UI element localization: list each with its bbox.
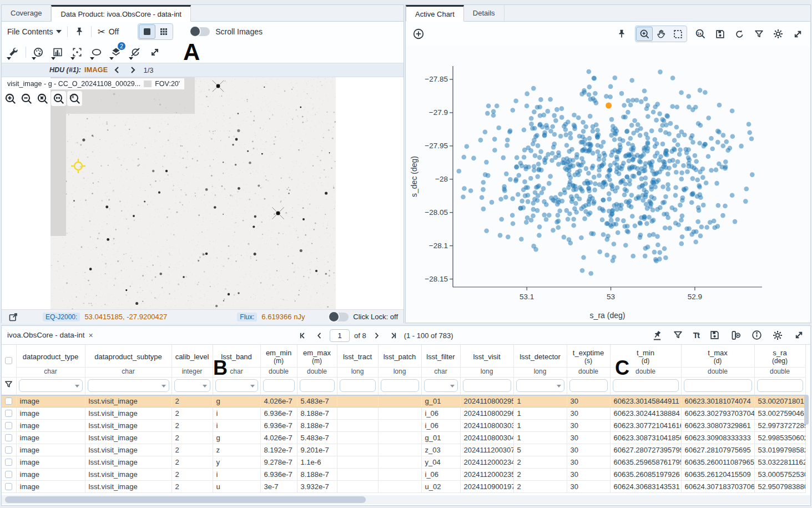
scatter-point[interactable] — [644, 145, 649, 150]
scatter-point[interactable] — [717, 162, 722, 167]
scatter-point[interactable] — [704, 180, 709, 185]
scatter-point[interactable] — [638, 133, 643, 138]
scatter-point[interactable] — [626, 110, 631, 115]
scatter-point[interactable] — [631, 157, 636, 162]
scatter-point[interactable] — [485, 111, 490, 116]
table-cell[interactable]: 2 — [172, 395, 213, 408]
table-cell[interactable]: 30 — [567, 432, 610, 444]
scatter-point[interactable] — [638, 233, 643, 238]
table-scroll-area[interactable]: dataproduct_typedataproduct_subtypecalib… — [2, 345, 810, 493]
row-checkbox[interactable] — [5, 410, 12, 417]
scatter-point[interactable] — [559, 115, 564, 120]
scatter-point[interactable] — [694, 229, 699, 234]
table-cell[interactable]: g_01 — [421, 432, 460, 444]
scatter-point[interactable] — [517, 173, 522, 178]
table-cell[interactable]: i — [213, 469, 260, 481]
table-cell[interactable]: 30 — [567, 395, 610, 408]
scatter-point[interactable] — [655, 234, 660, 239]
scatter-point[interactable] — [636, 122, 640, 127]
table-cell[interactable]: 2024110800295 — [460, 395, 513, 408]
pan-hand-icon[interactable] — [653, 27, 669, 41]
scatter-point[interactable] — [608, 163, 613, 168]
scatter-point[interactable] — [570, 197, 575, 202]
scatter-point[interactable] — [484, 229, 489, 234]
table-cell[interactable]: 8.192e-7 — [260, 493, 297, 494]
scatter-point[interactable] — [505, 138, 510, 143]
scatter-point[interactable] — [572, 173, 577, 178]
scatter-point[interactable] — [564, 143, 569, 148]
scatter-point[interactable] — [675, 143, 680, 148]
table-cell[interactable] — [337, 481, 378, 493]
scatter-point[interactable] — [584, 166, 589, 171]
scatter-point[interactable] — [665, 215, 670, 220]
scatter-point[interactable] — [555, 202, 560, 207]
scatter-point[interactable] — [643, 194, 648, 199]
scatter-point[interactable] — [750, 172, 755, 177]
scatter-point[interactable] — [673, 193, 678, 198]
table-tab[interactable]: ivoa.ObsCore - data-int × — [7, 331, 93, 340]
table-cell[interactable]: 6.936e-7 — [260, 469, 297, 481]
table-cell[interactable]: lsst.visit_image — [85, 395, 172, 408]
scatter-point[interactable] — [534, 185, 539, 190]
table-cell[interactable]: z_03 — [421, 493, 460, 494]
scatter-point[interactable] — [586, 171, 591, 176]
table-cell[interactable]: image — [16, 395, 85, 408]
scatter-point[interactable] — [601, 232, 606, 237]
column-filter-input[interactable] — [463, 380, 511, 391]
table-cell[interactable]: 60627.28284949074 — [681, 493, 754, 494]
grid-view-icon[interactable] — [155, 24, 172, 39]
single-image-view-icon[interactable] — [139, 24, 155, 39]
scatter-point[interactable] — [706, 154, 711, 159]
scroll-images-toggle[interactable] — [190, 27, 210, 36]
scatter-point[interactable] — [554, 220, 559, 225]
scatter-point[interactable] — [534, 133, 539, 138]
table-cell[interactable]: 2 — [513, 469, 567, 481]
scatter-point[interactable] — [673, 185, 678, 190]
column-header-t_max[interactable]: t_max(d) — [681, 345, 754, 367]
file-contents-dropdown[interactable]: File Contents — [7, 27, 62, 36]
scatter-point[interactable] — [747, 122, 752, 127]
scatter-point[interactable] — [665, 172, 670, 177]
scatter-point[interactable] — [622, 193, 627, 198]
scatter-point[interactable] — [698, 88, 703, 93]
table-cell[interactable]: 1 — [513, 432, 567, 444]
scatter-point[interactable] — [532, 109, 537, 114]
scatter-point[interactable] — [600, 218, 605, 223]
scatter-point[interactable] — [653, 104, 658, 109]
scatter-point[interactable] — [643, 97, 648, 102]
table-cell[interactable]: 53.0322811162 — [754, 456, 805, 469]
scatter-point[interactable] — [532, 126, 537, 131]
settings-gear-icon[interactable] — [772, 28, 784, 40]
table-cell[interactable]: 2024110800304 — [460, 432, 513, 444]
scatter-point[interactable] — [608, 223, 613, 228]
scatter-point[interactable] — [588, 271, 593, 276]
scatter-point[interactable] — [522, 179, 527, 184]
scatter-point[interactable] — [679, 90, 684, 95]
scatter-chart[interactable]: −27.85−27.9−27.95−28−28.05−28.1−28.1553.… — [406, 46, 810, 323]
scatter-point[interactable] — [645, 114, 650, 119]
scatter-point[interactable] — [627, 182, 632, 187]
scatter-point[interactable] — [541, 186, 546, 191]
scatter-point[interactable] — [619, 91, 624, 96]
table-cell[interactable]: 1.1e-6 — [297, 456, 337, 469]
table-cell[interactable]: 2024110800303 — [460, 420, 513, 432]
scatter-point[interactable] — [642, 188, 647, 193]
scatter-point[interactable] — [560, 160, 565, 165]
scatter-point[interactable] — [699, 225, 704, 230]
scatter-point[interactable] — [586, 142, 591, 147]
scatter-point[interactable] — [607, 173, 612, 178]
scatter-point[interactable] — [515, 155, 520, 160]
scatter-point[interactable] — [610, 184, 615, 189]
scatter-point[interactable] — [690, 140, 695, 145]
filter-icon[interactable] — [672, 329, 684, 341]
settings-gear-icon[interactable] — [771, 329, 784, 341]
scatter-point[interactable] — [514, 177, 519, 182]
scatter-point[interactable] — [503, 195, 508, 200]
scatter-point[interactable] — [542, 199, 547, 204]
scatter-point[interactable] — [579, 207, 584, 212]
scatter-point[interactable] — [529, 218, 534, 223]
table-cell[interactable]: 3e-7 — [260, 481, 297, 493]
scatter-point[interactable] — [693, 153, 698, 158]
column-filter-input[interactable] — [570, 380, 607, 391]
scatter-point[interactable] — [567, 172, 572, 177]
